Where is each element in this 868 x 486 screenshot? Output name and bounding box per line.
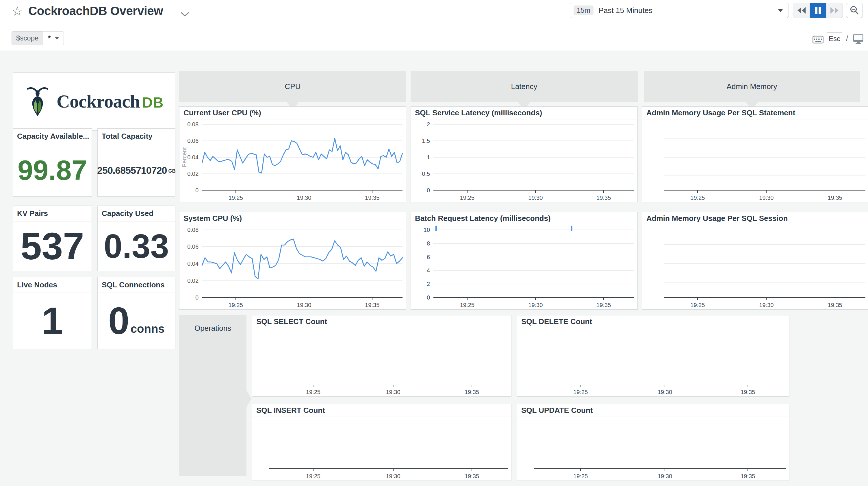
esc-key-button[interactable]: Esc [826, 32, 843, 45]
chart-plot-area[interactable]: 19:2519:3019:35 [517, 417, 789, 481]
svg-text:19:35: 19:35 [365, 302, 379, 308]
group-label: Latency [511, 82, 537, 91]
rewind-button[interactable] [793, 3, 810, 18]
time-range-badge: 15m [574, 5, 593, 15]
chart-title: Admin Memory Usage Per SQL Session [642, 212, 868, 225]
chart-sql-service-latency[interactable]: SQL Service Latency (milliseconds)00.511… [411, 106, 638, 202]
zoom-out-button[interactable] [846, 3, 863, 18]
svg-text:19:30: 19:30 [386, 389, 400, 395]
svg-text:19:30: 19:30 [528, 195, 542, 201]
svg-text:6: 6 [427, 254, 430, 260]
group-header-operations[interactable]: Operations [179, 315, 246, 476]
svg-text:10: 10 [424, 227, 430, 233]
group-label: Admin Memory [727, 82, 777, 91]
template-variable-scope[interactable]: $scope * [11, 31, 64, 45]
stat-unit: conns [131, 305, 165, 337]
chart-current-user-cpu[interactable]: Current User CPU (%)00.020.040.060.0819:… [179, 106, 406, 202]
chart-system-cpu[interactable]: System CPU (%)00.020.040.060.0819:2519:3… [179, 212, 406, 310]
chart-title: Batch Request Latency (milliseconds) [411, 212, 638, 225]
stat-sql-connections[interactable]: SQL Connections 0 conns [97, 277, 176, 349]
svg-text:19:25: 19:25 [228, 302, 243, 308]
stat-total-capacity[interactable]: Total Capacity 250.6855710720 GB [97, 128, 176, 197]
svg-text:1: 1 [427, 154, 430, 161]
chart-title: Current User CPU (%) [180, 107, 406, 119]
svg-text:2: 2 [427, 121, 430, 127]
wordmark-cockroach: Cockroach [57, 91, 140, 112]
chart-sql-select-count[interactable]: SQL SELECT Count19:2519:3019:35 [252, 315, 512, 397]
tv-mode-icon[interactable] [852, 34, 864, 44]
svg-text:19:35: 19:35 [465, 389, 479, 395]
chart-plot-area[interactable]: 024681019:2519:3019:35 [411, 225, 638, 309]
cockroachdb-logo-panel: Cockroach DB [13, 72, 175, 131]
svg-text:4: 4 [427, 267, 430, 274]
stat-value: 250.6855710720 [97, 165, 167, 175]
stat-kv-pairs[interactable]: KV Pairs 537 [13, 205, 92, 271]
cockroachdb-bug-icon [24, 85, 51, 118]
chart-title: SQL Service Latency (milliseconds) [411, 107, 638, 119]
svg-text:19:25: 19:25 [690, 302, 705, 308]
svg-text:0.06: 0.06 [187, 138, 198, 144]
favorite-star-icon[interactable]: ☆ [11, 4, 23, 19]
svg-text:19:30: 19:30 [386, 473, 400, 479]
keyboard-shortcuts-icon[interactable] [812, 35, 824, 44]
svg-text:19:25: 19:25 [460, 302, 474, 308]
chart-title: Admin Memory Usage Per SQL Statement [642, 107, 868, 119]
svg-text:0.06: 0.06 [187, 244, 198, 250]
svg-text:19:30: 19:30 [759, 195, 774, 201]
chart-plot-area[interactable]: 19:2519:3019:35 [517, 328, 789, 396]
chart-plot-area[interactable]: 19:2519:3019:35 [642, 225, 868, 309]
chart-batch-request-latency[interactable]: Batch Request Latency (milliseconds)0246… [411, 212, 638, 310]
playback-controls [793, 3, 843, 18]
scope-value: * [48, 34, 51, 43]
svg-text:19:30: 19:30 [528, 302, 542, 308]
svg-text:19:35: 19:35 [741, 473, 755, 479]
chart-title: SQL INSERT Count [252, 404, 511, 417]
chart-plot-area[interactable]: 19:2519:3019:35 [642, 119, 868, 202]
svg-text:19:35: 19:35 [596, 302, 611, 308]
dashboard: ☆ CockroachDB Overview $scope * 15m Past… [0, 0, 868, 486]
fast-forward-button[interactable] [826, 3, 843, 18]
group-header-cpu[interactable]: CPU [179, 71, 406, 102]
chart-title: System CPU (%) [180, 212, 406, 225]
svg-text:0.08: 0.08 [187, 227, 198, 233]
stat-title: Live Nodes [13, 277, 92, 293]
chart-plot-area[interactable]: 19:2519:3019:35 [252, 328, 511, 396]
chart-plot-area[interactable]: 00.020.040.060.0819:2519:3019:35Percent [180, 119, 406, 202]
group-label: CPU [285, 82, 301, 91]
wordmark-db: DB [142, 94, 163, 111]
svg-text:0.5: 0.5 [422, 171, 430, 177]
svg-text:0.04: 0.04 [187, 154, 198, 161]
group-header-admin-memory[interactable]: Admin Memory [644, 71, 860, 102]
svg-text:19:25: 19:25 [573, 389, 588, 395]
svg-text:8: 8 [427, 240, 430, 247]
stat-capacity-available[interactable]: Capacity Available... 99.87 [13, 128, 92, 197]
chart-admin-memory-per-sql-statement[interactable]: Admin Memory Usage Per SQL Statement19:2… [642, 106, 868, 202]
chart-sql-update-count[interactable]: SQL UPDATE Count19:2519:3019:35 [517, 404, 789, 481]
chart-title: SQL UPDATE Count [517, 404, 789, 417]
group-header-latency[interactable]: Latency [411, 71, 638, 102]
chart-sql-insert-count[interactable]: SQL INSERT Count19:2519:3019:35 [252, 404, 512, 481]
chart-sql-delete-count[interactable]: SQL DELETE Count19:2519:3019:35 [517, 315, 789, 397]
svg-text:1.5: 1.5 [422, 138, 430, 144]
pause-button[interactable] [810, 3, 826, 18]
stat-value: 0.33 [104, 230, 169, 263]
time-range-caret-icon [778, 9, 783, 12]
rewind-icon [796, 6, 807, 15]
time-range-selector[interactable]: 15m Past 15 Minutes [570, 3, 789, 18]
stat-value: 99.87 [18, 156, 87, 184]
chart-title: SQL SELECT Count [252, 315, 511, 328]
svg-text:19:25: 19:25 [306, 473, 320, 479]
stat-capacity-used[interactable]: Capacity Used 0.33 [97, 205, 176, 271]
stat-live-nodes[interactable]: Live Nodes 1 [13, 277, 92, 349]
stat-title: Total Capacity [98, 128, 175, 144]
chart-plot-area[interactable]: 00.020.040.060.0819:2519:3019:35 [180, 225, 406, 309]
chart-plot-area[interactable]: 19:2519:3019:35 [252, 417, 511, 481]
group-label: Operations [179, 324, 246, 333]
svg-text:19:30: 19:30 [297, 302, 311, 308]
svg-text:19:30: 19:30 [658, 389, 672, 395]
title-chevron-down-icon[interactable] [180, 11, 190, 17]
chart-admin-memory-per-sql-session[interactable]: Admin Memory Usage Per SQL Session19:251… [642, 212, 868, 310]
chart-plot-area[interactable]: 00.511.5219:2519:3019:35 [411, 119, 638, 202]
svg-text:19:35: 19:35 [465, 473, 479, 479]
svg-text:19:25: 19:25 [460, 195, 474, 201]
